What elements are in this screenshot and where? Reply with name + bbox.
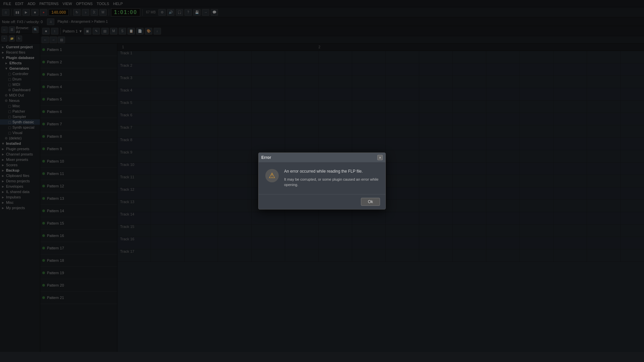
error-dialog-body: ⚠ An error occurred while reading the FL… bbox=[259, 162, 385, 194]
modal-overlay: Error ✕ ⚠ An error occurred while readin… bbox=[0, 0, 644, 362]
error-dialog-title: Error bbox=[261, 155, 271, 160]
error-message-primary: An error occurred while reading the FLP … bbox=[284, 169, 379, 174]
error-dialog-close-button[interactable]: ✕ bbox=[377, 155, 383, 160]
error-dialog: Error ✕ ⚠ An error occurred while readin… bbox=[258, 153, 386, 209]
error-messages: An error occurred while reading the FLP … bbox=[284, 169, 379, 187]
error-icon: ⚠ bbox=[265, 169, 279, 182]
ok-button[interactable]: Ok bbox=[361, 198, 380, 206]
error-dialog-titlebar: Error ✕ bbox=[259, 153, 385, 162]
error-message-secondary: It may be corrupted, or some plugin caus… bbox=[284, 177, 379, 187]
error-dialog-footer: Ok bbox=[259, 194, 385, 209]
